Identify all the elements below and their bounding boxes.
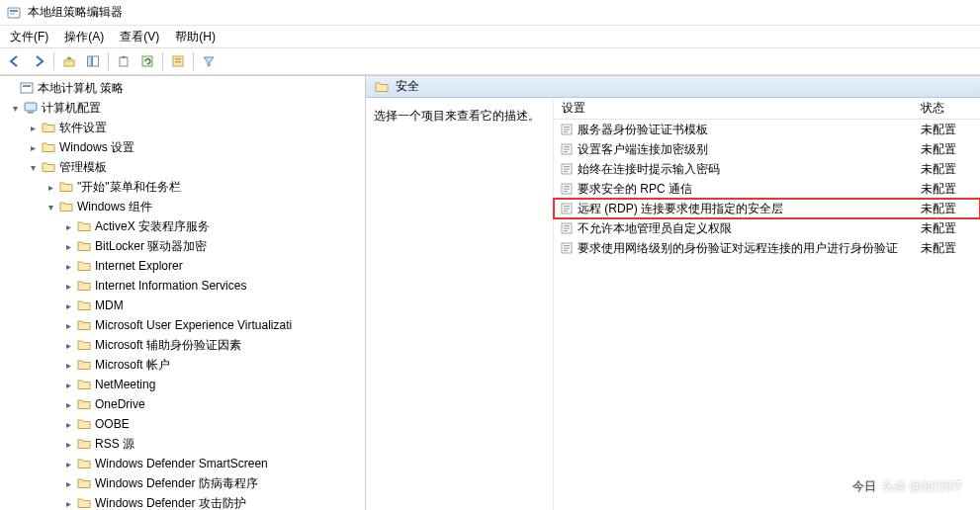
filter-button[interactable] (198, 50, 220, 72)
settings-rows: 服务器身份验证证书模板未配置设置客户端连接加密级别未配置始终在连接时提示输入密码… (554, 120, 980, 258)
tree-subitems: ▸ActiveX 安装程序服务▸BitLocker 驱动器加密▸Internet… (0, 216, 365, 510)
tree-item[interactable]: ▸NetMeeting (0, 375, 365, 394)
forward-button[interactable] (28, 50, 49, 72)
refresh-button[interactable] (136, 50, 158, 72)
setting-row[interactable]: 始终在连接时提示输入密码未配置 (554, 159, 980, 179)
setting-icon (560, 162, 574, 176)
chevron-right-icon[interactable]: ▸ (61, 259, 75, 273)
chevron-right-icon[interactable]: ▸ (61, 358, 75, 372)
chevron-right-icon[interactable]: ▸ (61, 417, 75, 431)
folder-icon (75, 238, 93, 254)
setting-state-cell: 未配置 (921, 201, 980, 217)
tree-label: NetMeeting (93, 378, 155, 391)
chevron-right-icon[interactable]: ▸ (61, 457, 75, 470)
tree-item[interactable]: ▸BitLocker 驱动器加密 (0, 236, 365, 256)
tree-label: Internet Explorer (93, 259, 183, 273)
toolbar-separator (53, 52, 54, 70)
folder-icon (374, 79, 390, 95)
chevron-right-icon[interactable]: ▸ (44, 180, 57, 194)
chevron-right-icon[interactable]: ▸ (61, 239, 75, 253)
chevron-down-icon[interactable]: ▾ (26, 160, 40, 174)
setting-label: 要求安全的 RPC 通信 (578, 181, 692, 198)
tree-item[interactable]: ▸Windows Defender SmartScreen (0, 454, 365, 473)
tree-item[interactable]: ▸Microsoft User Experience Virtualizati (0, 315, 365, 335)
column-state-header[interactable]: 状态 (921, 100, 980, 117)
tree-label: RSS 源 (93, 436, 134, 453)
folder-icon (57, 179, 75, 195)
setting-icon (560, 142, 574, 156)
tree-item[interactable]: ▸Windows Defender 防病毒程序 (0, 473, 365, 493)
tree-start-menu[interactable]: ▸ "开始"菜单和任务栏 (0, 177, 365, 197)
tree-admin-templates[interactable]: ▾ 管理模板 (0, 157, 365, 177)
svg-rect-12 (23, 85, 31, 87)
back-button[interactable] (4, 50, 26, 72)
tree-item[interactable]: ▸Microsoft 辅助身份验证因素 (0, 335, 365, 355)
menu-file[interactable]: 文件(F) (2, 26, 56, 48)
tree-item[interactable]: ▸Windows Defender 攻击防护 (0, 493, 365, 510)
chevron-right-icon[interactable]: ▸ (61, 378, 75, 391)
tree-windows-components[interactable]: ▾ Windows 组件 (0, 197, 365, 216)
watermark: 今日 头条 @知行0IT (852, 474, 962, 498)
setting-icon (560, 202, 574, 215)
setting-label: 要求使用网络级别的身份验证对远程连接的用户进行身份验证 (578, 240, 898, 257)
setting-row[interactable]: 要求使用网络级别的身份验证对远程连接的用户进行身份验证未配置 (554, 238, 980, 258)
chevron-down-icon[interactable]: ▾ (8, 101, 22, 115)
chevron-right-icon[interactable]: ▸ (61, 476, 75, 490)
setting-icon (560, 182, 574, 196)
description-prompt: 选择一个项目来查看它的描述。 (374, 109, 540, 123)
tree-item[interactable]: ▸ActiveX 安装程序服务 (0, 216, 365, 236)
tree-computer-config[interactable]: ▾ 计算机配置 (0, 98, 365, 118)
chevron-right-icon[interactable]: ▸ (26, 140, 40, 154)
chevron-right-icon[interactable]: ▸ (61, 219, 75, 233)
up-button[interactable] (58, 50, 80, 72)
tree-label: ActiveX 安装程序服务 (93, 218, 210, 235)
svg-rect-22 (564, 151, 568, 152)
properties-button[interactable] (167, 50, 189, 72)
setting-row[interactable]: 不允许本地管理员自定义权限未配置 (554, 218, 980, 238)
folder-icon (75, 456, 93, 471)
tree-item[interactable]: ▸OOBE (0, 414, 365, 434)
tree-item[interactable]: ▸MDM (0, 296, 365, 315)
chevron-right-icon[interactable]: ▸ (26, 121, 40, 134)
setting-icon (560, 123, 574, 136)
computer-icon (22, 100, 40, 116)
tree-windows-settings[interactable]: ▸ Windows 设置 (0, 137, 365, 157)
tree-item[interactable]: ▸RSS 源 (0, 434, 365, 454)
tree-pane[interactable]: 本地计算机 策略 ▾ 计算机配置 ▸ 软件设置 ▸ Windows 设置 ▾ 管… (0, 76, 366, 510)
chevron-down-icon[interactable]: ▾ (44, 200, 57, 213)
show-hide-tree-button[interactable] (82, 50, 104, 72)
menu-help[interactable]: 帮助(H) (167, 26, 223, 48)
svg-rect-4 (88, 56, 92, 66)
export-button[interactable] (113, 50, 134, 72)
chevron-right-icon[interactable]: ▸ (61, 397, 75, 411)
setting-row[interactable]: 要求安全的 RPC 通信未配置 (554, 179, 980, 199)
chevron-right-icon[interactable]: ▸ (61, 298, 75, 312)
setting-state-cell: 未配置 (921, 240, 980, 257)
setting-row[interactable]: 设置客户端连接加密级别未配置 (554, 139, 980, 159)
svg-rect-2 (10, 13, 15, 15)
chevron-right-icon[interactable]: ▸ (61, 437, 75, 451)
tree-item[interactable]: ▸Internet Information Services (0, 276, 365, 296)
svg-rect-17 (564, 129, 570, 130)
tree-item[interactable]: ▸Internet Explorer (0, 256, 365, 276)
tree-software-settings[interactable]: ▸ 软件设置 (0, 118, 365, 137)
menu-action[interactable]: 操作(A) (56, 26, 112, 48)
folder-icon (40, 159, 57, 175)
tree-item[interactable]: ▸OneDrive (0, 394, 365, 414)
menu-view[interactable]: 查看(V) (112, 26, 167, 48)
svg-rect-32 (564, 206, 570, 207)
setting-row[interactable]: 远程 (RDP) 连接要求使用指定的安全层未配置 (554, 199, 980, 218)
chevron-right-icon[interactable]: ▸ (61, 496, 75, 510)
chevron-right-icon[interactable]: ▸ (61, 338, 75, 352)
toolbar-separator (108, 52, 109, 70)
setting-state-cell: 未配置 (921, 181, 980, 198)
tree-item[interactable]: ▸Microsoft 帐户 (0, 355, 365, 375)
chevron-right-icon[interactable]: ▸ (61, 318, 75, 332)
tree-label: Windows 设置 (57, 139, 134, 156)
column-setting-header[interactable]: 设置 (554, 100, 921, 117)
chevron-right-icon[interactable]: ▸ (61, 279, 75, 293)
setting-row[interactable]: 服务器身份验证证书模板未配置 (554, 120, 980, 139)
tree-label: OneDrive (93, 397, 145, 411)
tree-root[interactable]: 本地计算机 策略 (0, 78, 365, 98)
toolbar-separator (162, 52, 163, 70)
